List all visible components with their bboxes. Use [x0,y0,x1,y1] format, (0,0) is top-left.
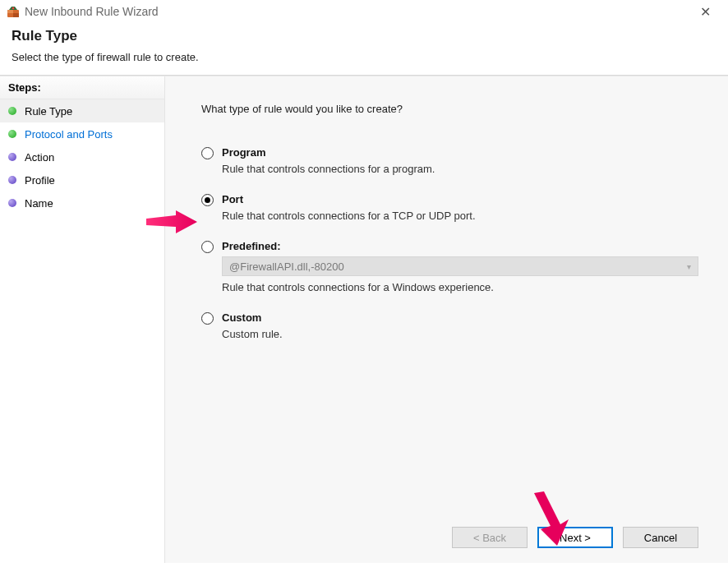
radio-label: Program [222,146,265,159]
wizard-body: Steps: Rule Type Protocol and Ports Acti… [0,76,728,563]
option-custom[interactable]: Custom [201,311,698,325]
back-button: < Back [452,527,528,548]
bullet-icon [8,130,16,138]
option-predefined[interactable]: Predefined: [201,240,698,253]
step-label: Rule Type [25,105,72,118]
window-title: New Inbound Rule Wizard [25,5,689,18]
wizard-buttons: < Back Next > Cancel [201,517,698,548]
svg-rect-1 [7,10,13,13]
radio-label: Custom [222,311,261,324]
option-predefined-desc: Rule that controls connections for a Win… [222,281,698,293]
radio-icon[interactable] [201,147,214,159]
firewall-app-icon [7,5,20,18]
option-port[interactable]: Port [201,193,698,206]
svg-rect-2 [13,13,19,17]
page-heading: Rule Type [12,28,716,44]
svg-point-3 [12,7,15,10]
steps-heading: Steps: [0,76,164,99]
radio-icon[interactable] [201,241,214,253]
bullet-icon [8,199,16,207]
bullet-icon [8,176,16,184]
step-protocol-and-ports[interactable]: Protocol and Ports [0,122,164,145]
option-program[interactable]: Program [201,146,698,159]
step-action[interactable]: Action [0,145,164,168]
wizard-header: Rule Type Select the type of firewall ru… [0,23,728,75]
bullet-icon [8,107,16,115]
step-name[interactable]: Name [0,191,164,214]
step-label: Name [25,197,53,210]
step-label: Action [25,151,54,164]
option-port-desc: Rule that controls connections for a TCP… [222,210,698,222]
wizard-content: What type of rule would you like to crea… [165,76,728,563]
cancel-button[interactable]: Cancel [623,527,698,548]
step-profile[interactable]: Profile [0,168,164,191]
titlebar: New Inbound Rule Wizard ✕ [0,0,728,23]
radio-icon[interactable] [201,194,214,206]
close-icon[interactable]: ✕ [689,4,721,20]
chevron-down-icon: ▾ [687,262,691,271]
radio-icon[interactable] [201,312,214,325]
step-label: Protocol and Ports [25,128,113,141]
steps-sidebar: Steps: Rule Type Protocol and Ports Acti… [0,76,165,563]
rule-type-options: Program Rule that controls connections f… [201,146,698,517]
radio-label: Port [222,193,243,205]
page-subtitle: Select the type of firewall rule to crea… [12,51,716,63]
prompt-text: What type of rule would you like to crea… [201,103,698,115]
step-rule-type[interactable]: Rule Type [0,99,164,122]
bullet-icon [8,153,16,161]
radio-label: Predefined: [222,240,281,252]
option-program-desc: Rule that controls connections for a pro… [222,163,698,175]
dropdown-value: @FirewallAPI.dll,-80200 [229,261,344,273]
next-button[interactable]: Next > [537,527,613,548]
step-label: Profile [25,174,55,187]
predefined-dropdown: @FirewallAPI.dll,-80200 ▾ [222,256,698,276]
option-custom-desc: Custom rule. [222,328,698,340]
